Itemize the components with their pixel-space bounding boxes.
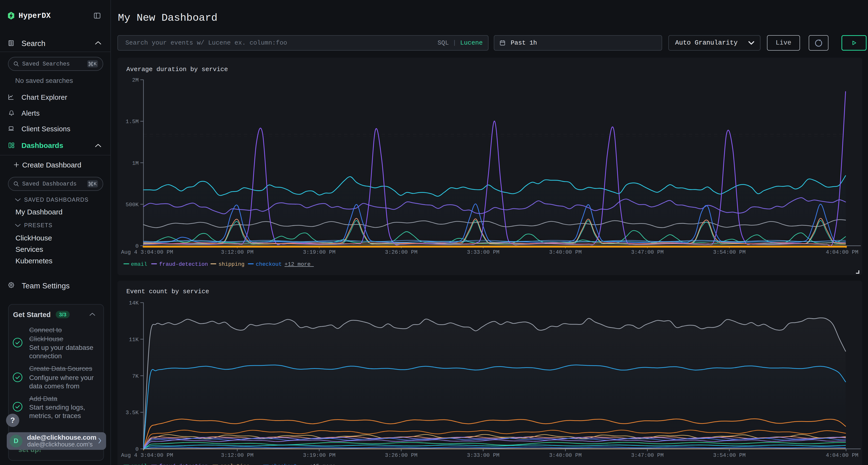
svg-text:3:26:00 PM: 3:26:00 PM [385, 452, 417, 459]
svg-text:3:33:00 PM: 3:33:00 PM [467, 452, 499, 459]
svg-text:3:47:00 PM: 3:47:00 PM [631, 452, 663, 459]
svg-text:3:12:00 PM: 3:12:00 PM [221, 452, 253, 459]
svg-text:3.5K: 3.5K [126, 409, 139, 416]
svg-text:email: email [131, 463, 147, 465]
svg-text:3:40:00 PM: 3:40:00 PM [549, 452, 582, 459]
svg-text:analytics: analytics [220, 463, 250, 465]
svg-text:Aug 4 3:04:00 PM: Aug 4 3:04:00 PM [121, 452, 173, 459]
svg-text:fraud-detection: fraud-detection [159, 463, 208, 465]
svg-text:3:19:00 PM: 3:19:00 PM [303, 452, 335, 459]
svg-text:14K: 14K [129, 300, 138, 306]
svg-text:7K: 7K [132, 373, 139, 379]
svg-text:11K: 11K [129, 337, 138, 343]
svg-text:4:04:00 PM: 4:04:00 PM [826, 452, 858, 459]
svg-text:0: 0 [135, 446, 138, 453]
svg-text:checkout: checkout [271, 463, 297, 465]
svg-text:+15 more: +15 more [310, 463, 339, 465]
svg-text:3:54:00 PM: 3:54:00 PM [713, 452, 745, 459]
